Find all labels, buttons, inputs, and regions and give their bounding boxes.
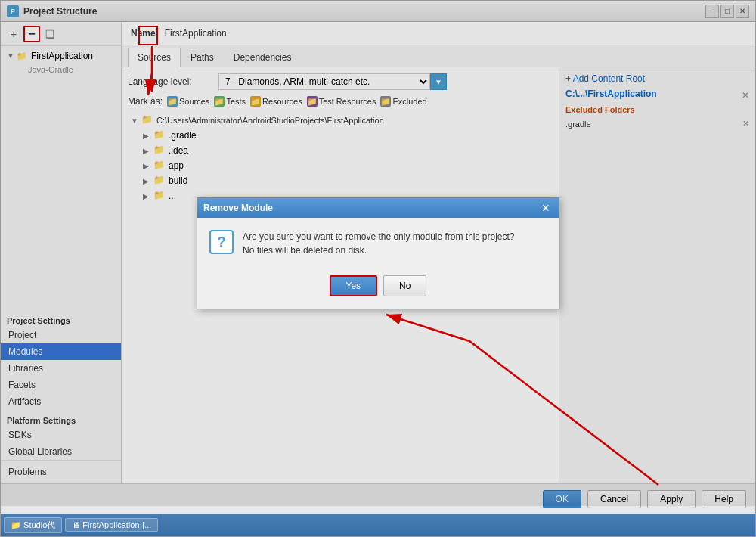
taskbar-item-app[interactable]: 🖥 FirstApplication-[... xyxy=(65,518,158,532)
dialog-message-line2: No files will be deleted on disk. xyxy=(243,244,515,257)
taskbar-item-studio[interactable]: 📁 Studio代 xyxy=(4,517,62,533)
dialog-message-line1: Are you sure you want to remove the only… xyxy=(243,230,515,244)
dialog-yes-button[interactable]: Yes xyxy=(330,275,378,296)
dialog-title: Remove Module xyxy=(203,203,273,213)
dialog-no-button[interactable]: No xyxy=(383,275,426,296)
modal-overlay: Remove Module ✕ ? Are you sure you want … xyxy=(1,1,755,506)
dialog-buttons: Yes No xyxy=(197,269,559,309)
remove-module-dialog: Remove Module ✕ ? Are you sure you want … xyxy=(197,197,559,309)
dialog-title-bar: Remove Module ✕ xyxy=(197,198,559,218)
dialog-body: ? Are you sure you want to remove the on… xyxy=(197,218,559,269)
taskbar: 📁 Studio代 🖥 FirstApplication-[... xyxy=(1,514,755,536)
dialog-question-icon: ? xyxy=(209,230,234,254)
dialog-message: Are you sure you want to remove the only… xyxy=(243,230,515,257)
dialog-close-button[interactable]: ✕ xyxy=(539,201,553,215)
main-window: P Project Structure − □ ✕ + − ❑ ▼ 📁 xyxy=(0,0,756,537)
